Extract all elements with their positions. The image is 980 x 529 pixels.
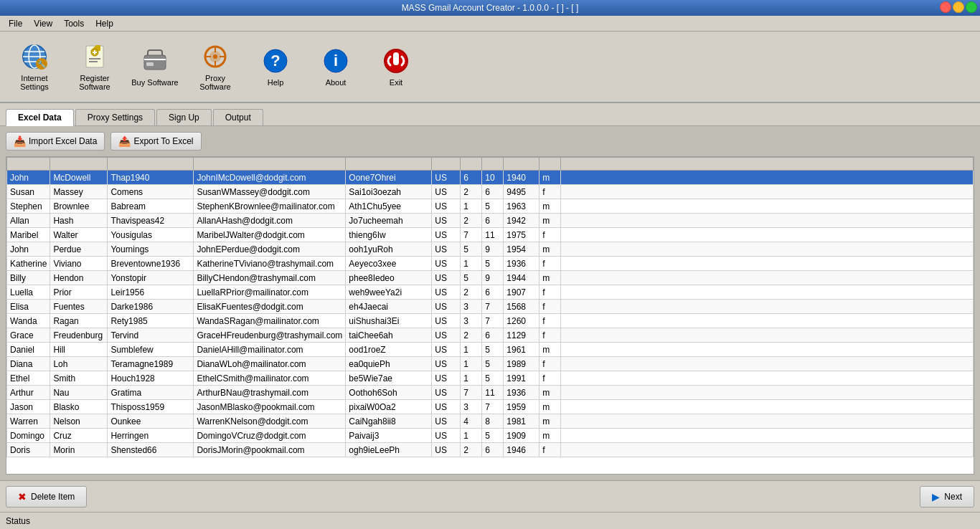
menu-tools[interactable]: Tools bbox=[58, 17, 90, 30]
cell-16-3: JasonMBlasko@pookmail.com bbox=[194, 400, 346, 414]
cell-5-6: 5 bbox=[461, 242, 482, 257]
cell-7-4: phee8Iedeo bbox=[346, 271, 432, 285]
table-row[interactable]: JasonBlaskoThisposs1959JasonMBlasko@pook… bbox=[7, 400, 974, 414]
tab-excel-data[interactable]: Excel Data bbox=[6, 109, 74, 126]
table-row[interactable]: GraceFreudenburgTervindGraceHFreudenburg… bbox=[7, 328, 974, 343]
import-excel-button[interactable]: 📥 Import Excel Data bbox=[6, 132, 105, 151]
table-row[interactable]: KatherineVivianoBreventowne1936Katherine… bbox=[7, 257, 974, 271]
tab-sign-up[interactable]: Sign Up bbox=[156, 109, 212, 125]
table-row[interactable]: DomingoCruzHerringenDomingoVCruz@dodgit.… bbox=[7, 429, 974, 443]
tab-proxy-settings[interactable]: Proxy Settings bbox=[75, 109, 155, 125]
cell-16-6: 3 bbox=[461, 400, 482, 414]
help-label: Help bbox=[268, 78, 284, 87]
cell-11-7: 6 bbox=[482, 328, 504, 343]
cell-6-3: KatherineTViviano@trashymail.com bbox=[194, 257, 346, 271]
cell-15-6: 7 bbox=[461, 386, 482, 400]
cell-15-3: ArthurBNau@trashymail.com bbox=[194, 386, 346, 400]
cell-1-5: US bbox=[432, 185, 461, 199]
cell-2-3: StephenKBrownlee@mailinator.com bbox=[194, 199, 346, 214]
help-button[interactable]: ? Help bbox=[247, 38, 304, 95]
table-row[interactable]: ArthurNauGratimaArthurBNau@trashymail.co… bbox=[7, 386, 974, 400]
col-header-7 bbox=[461, 158, 482, 171]
cell-3-4: Jo7ucheemah bbox=[346, 214, 432, 228]
cell-0-3: JohnIMcDowell@dodgit.com bbox=[194, 171, 346, 185]
table-row[interactable]: EthelSmithHouch1928EthelCSmith@mailinato… bbox=[7, 371, 974, 386]
cell-17-10 bbox=[561, 414, 974, 429]
table-row[interactable]: SusanMasseyComensSusanWMassey@dodgit.com… bbox=[7, 185, 974, 199]
cell-18-10 bbox=[561, 429, 974, 443]
import-icon: 📥 bbox=[14, 135, 26, 147]
menu-file[interactable]: File bbox=[3, 17, 28, 30]
cell-18-9: m bbox=[540, 429, 561, 443]
buy-software-button[interactable]: Buy Software bbox=[126, 38, 184, 95]
table-row[interactable]: JohnPerdueYourningsJohnEPerdue@dodgit.co… bbox=[7, 242, 974, 257]
cell-17-7: 8 bbox=[482, 414, 504, 429]
cell-13-3: DianaWLoh@mailinator.com bbox=[194, 357, 346, 371]
minimize-button[interactable] bbox=[953, 1, 964, 13]
cell-1-3: SusanWMassey@dodgit.com bbox=[194, 185, 346, 199]
next-label: Next bbox=[944, 492, 962, 502]
cell-4-8: 1975 bbox=[504, 228, 540, 242]
table-row[interactable]: WarrenNelsonOunkeeWarrenKNelson@dodgit.c… bbox=[7, 414, 974, 429]
table-row[interactable]: ElisaFuentesDarke1986ElisaKFuentes@dodgi… bbox=[7, 300, 974, 314]
table-row[interactable]: StephenBrownleeBabreamStephenKBrownlee@m… bbox=[7, 199, 974, 214]
data-table-wrapper[interactable]: JohnMcDowellThap1940JohnIMcDowell@dodgit… bbox=[6, 156, 974, 475]
cell-9-9: f bbox=[540, 300, 561, 314]
close-button[interactable] bbox=[940, 1, 951, 13]
table-row[interactable]: LuellaPriorLeir1956LuellaRPrior@mailinat… bbox=[7, 285, 974, 300]
table-row[interactable]: DianaLohTeramagne1989DianaWLoh@mailinato… bbox=[7, 357, 974, 371]
cell-10-8: 1260 bbox=[504, 314, 540, 328]
maximize-button[interactable] bbox=[966, 1, 977, 13]
proxy-icon bbox=[201, 42, 230, 71]
cell-1-4: Sai1oi3oezah bbox=[346, 185, 432, 199]
cell-16-0: Jason bbox=[7, 400, 50, 414]
cell-12-5: US bbox=[432, 343, 461, 357]
about-button[interactable]: i About bbox=[307, 38, 364, 95]
svg-rect-15 bbox=[146, 62, 154, 66]
register-software-button[interactable]: Register Software bbox=[66, 38, 123, 95]
cell-9-6: 3 bbox=[461, 300, 482, 314]
table-row[interactable]: WandaRaganRety1985WandaSRagan@mailinator… bbox=[7, 314, 974, 328]
table-row[interactable]: MaribelWalterYousigulasMaribelJWalter@do… bbox=[7, 228, 974, 242]
cell-19-6: 2 bbox=[461, 443, 482, 457]
cell-4-4: thieng6Iw bbox=[346, 228, 432, 242]
table-row[interactable]: BillyHendonYonstopirBillyCHendon@trashym… bbox=[7, 271, 974, 285]
table-row[interactable]: DorisMorinShensted66DorisJMorin@pookmail… bbox=[7, 443, 974, 457]
proxy-software-button[interactable]: Proxy Software bbox=[187, 38, 244, 95]
next-button[interactable]: ▶ Next bbox=[920, 486, 974, 507]
cell-18-1: Cruz bbox=[50, 429, 108, 443]
cell-1-8: 9495 bbox=[504, 185, 540, 199]
svg-text:?: ? bbox=[270, 52, 280, 70]
cell-15-2: Gratima bbox=[108, 386, 194, 400]
svg-rect-12 bbox=[89, 61, 98, 62]
tab-bar: Excel Data Proxy Settings Sign Up Output bbox=[0, 103, 980, 126]
cell-7-6: 5 bbox=[461, 271, 482, 285]
proxy-software-label: Proxy Software bbox=[190, 74, 240, 91]
cell-5-3: JohnEPerdue@dodgit.com bbox=[194, 242, 346, 257]
export-icon: 📤 bbox=[118, 135, 131, 147]
col-header-8 bbox=[482, 158, 504, 171]
cell-16-7: 7 bbox=[482, 400, 504, 414]
cell-0-0: John bbox=[7, 171, 50, 185]
menu-help[interactable]: Help bbox=[90, 17, 119, 30]
exit-button[interactable]: Exit bbox=[367, 38, 425, 95]
cell-14-9: f bbox=[540, 371, 561, 386]
menu-view[interactable]: View bbox=[28, 17, 58, 30]
col-header-3 bbox=[108, 158, 194, 171]
table-row[interactable]: JohnMcDowellThap1940JohnIMcDowell@dodgit… bbox=[7, 171, 974, 185]
cell-11-8: 1129 bbox=[504, 328, 540, 343]
cell-11-9: f bbox=[540, 328, 561, 343]
cell-10-7: 7 bbox=[482, 314, 504, 328]
table-row[interactable]: AllanHashThavispeas42AllanAHash@dodgit.c… bbox=[7, 214, 974, 228]
col-header-1 bbox=[7, 158, 50, 171]
delete-item-button[interactable]: ✖ Delete Item bbox=[6, 486, 87, 507]
internet-settings-button[interactable]: 🔧 Internet Settings bbox=[6, 38, 63, 95]
cell-10-6: 3 bbox=[461, 314, 482, 328]
table-row[interactable]: DanielHillSumblefewDanielAHill@mailinato… bbox=[7, 343, 974, 357]
cell-8-1: Prior bbox=[50, 285, 108, 300]
cell-17-6: 4 bbox=[461, 414, 482, 429]
register-icon bbox=[80, 42, 109, 71]
cell-12-3: DanielAHill@mailinator.com bbox=[194, 343, 346, 357]
tab-output[interactable]: Output bbox=[213, 109, 263, 125]
export-excel-button[interactable]: 📤 Export To Excel bbox=[110, 132, 201, 151]
